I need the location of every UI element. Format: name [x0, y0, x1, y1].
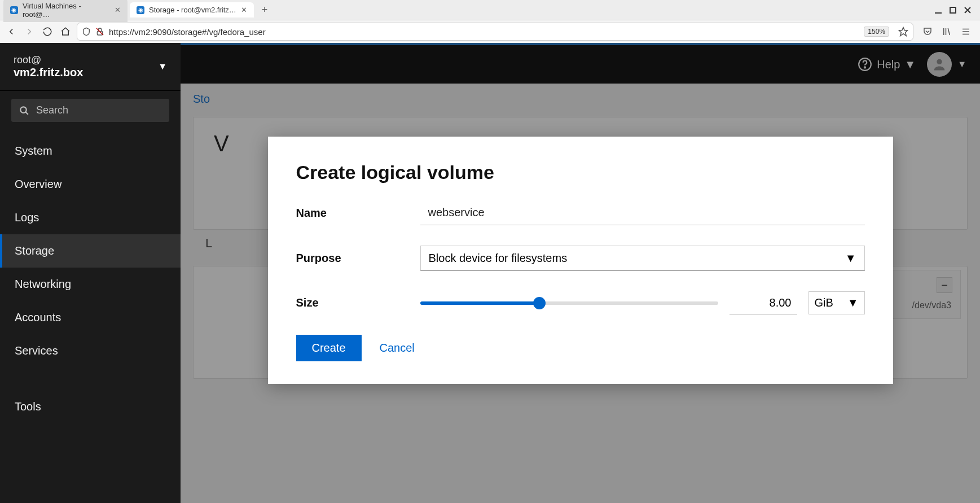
favicon-icon: ◉	[137, 6, 144, 14]
browser-tab-0[interactable]: ◉ Virtual Machines - root@… ✕	[3, 0, 128, 22]
slider-thumb[interactable]	[533, 297, 546, 309]
name-input[interactable]	[420, 200, 865, 225]
bookmark-star-icon[interactable]	[898, 27, 908, 37]
forward-icon[interactable]	[24, 27, 35, 37]
zoom-badge[interactable]: 150%	[864, 27, 889, 37]
purpose-label: Purpose	[296, 252, 420, 265]
sidebar-item-services[interactable]: Services	[0, 334, 181, 368]
address-bar: https://vm2:9090/storage#/vg/fedora_user…	[0, 20, 980, 43]
close-icon[interactable]: ✕	[115, 6, 121, 14]
create-button[interactable]: Create	[296, 335, 362, 361]
svg-rect-0	[935, 12, 942, 14]
sidebar: root@ vm2.fritz.box ▼ Search System Over…	[0, 43, 181, 503]
svg-rect-1	[950, 7, 956, 13]
purpose-value: Block device for filesystems	[429, 252, 568, 265]
sidebar-item-networking[interactable]: Networking	[0, 268, 181, 301]
maximize-icon[interactable]	[950, 7, 956, 14]
search-icon	[19, 106, 29, 116]
browser-chrome: ◉ Virtual Machines - root@… ✕ ◉ Storage …	[0, 0, 980, 43]
size-slider[interactable]	[420, 301, 718, 305]
window-controls	[935, 7, 977, 14]
purpose-select[interactable]: Block device for filesystems ▼	[420, 246, 865, 271]
chevron-down-icon: ▼	[845, 252, 856, 265]
shield-icon	[82, 27, 91, 36]
user-line: root@	[14, 54, 83, 66]
dialog-title: Create logical volume	[296, 161, 865, 183]
url-box[interactable]: https://vm2:9090/storage#/vg/fedora_user…	[77, 23, 913, 41]
host-line: vm2.fritz.box	[14, 66, 83, 79]
search-placeholder: Search	[36, 104, 68, 116]
name-label: Name	[296, 207, 420, 220]
sidebar-nav: System Overview Logs Storage Networking …	[0, 134, 181, 423]
svg-marker-6	[899, 28, 908, 36]
slider-fill	[420, 301, 539, 305]
close-icon[interactable]: ✕	[241, 6, 247, 14]
svg-point-13	[20, 107, 27, 113]
lock-warning-icon	[95, 27, 104, 36]
size-unit-select[interactable]: GiB ▼	[808, 291, 865, 314]
size-label: Size	[296, 296, 420, 309]
url-text: https://vm2:9090/storage#/vg/fedora_user	[109, 27, 266, 37]
svg-line-14	[25, 112, 28, 115]
sidebar-item-tools[interactable]: Tools	[0, 390, 181, 423]
close-window-icon[interactable]	[964, 7, 971, 14]
new-tab-button[interactable]: +	[256, 2, 274, 18]
size-input[interactable]	[729, 292, 797, 314]
main-area: Help ▼ ▼ Sto V L No logical volumes − Pa…	[181, 43, 980, 503]
sidebar-item-storage[interactable]: Storage	[0, 234, 181, 268]
create-lv-dialog: Create logical volume Name Purpose Block…	[268, 137, 893, 384]
sidebar-search[interactable]: Search	[11, 99, 169, 122]
tab-title: Virtual Machines - root@…	[23, 2, 110, 19]
sidebar-item-system[interactable]: System	[0, 134, 181, 168]
menu-icon[interactable]	[961, 27, 971, 37]
back-icon[interactable]	[6, 27, 17, 37]
chevron-down-icon: ▼	[847, 296, 859, 309]
tab-strip: ◉ Virtual Machines - root@… ✕ ◉ Storage …	[0, 0, 980, 20]
browser-tab-1[interactable]: ◉ Storage - root@vm2.fritz… ✕	[130, 2, 254, 18]
pocket-icon[interactable]	[922, 27, 933, 37]
favicon-icon: ◉	[10, 6, 18, 14]
chevron-down-icon: ▼	[158, 62, 167, 72]
size-unit-value: GiB	[815, 296, 833, 309]
reload-icon[interactable]	[42, 27, 53, 37]
sidebar-item-accounts[interactable]: Accounts	[0, 301, 181, 334]
host-switcher[interactable]: root@ vm2.fritz.box ▼	[0, 43, 181, 91]
sidebar-item-logs[interactable]: Logs	[0, 201, 181, 234]
tab-title: Storage - root@vm2.fritz…	[149, 6, 236, 14]
library-icon[interactable]	[942, 27, 952, 37]
svg-line-9	[948, 28, 950, 35]
minimize-icon[interactable]	[935, 7, 942, 14]
app-root: root@ vm2.fritz.box ▼ Search System Over…	[0, 43, 980, 503]
home-icon[interactable]	[60, 27, 71, 37]
cancel-button[interactable]: Cancel	[380, 342, 415, 355]
sidebar-item-overview[interactable]: Overview	[0, 168, 181, 201]
